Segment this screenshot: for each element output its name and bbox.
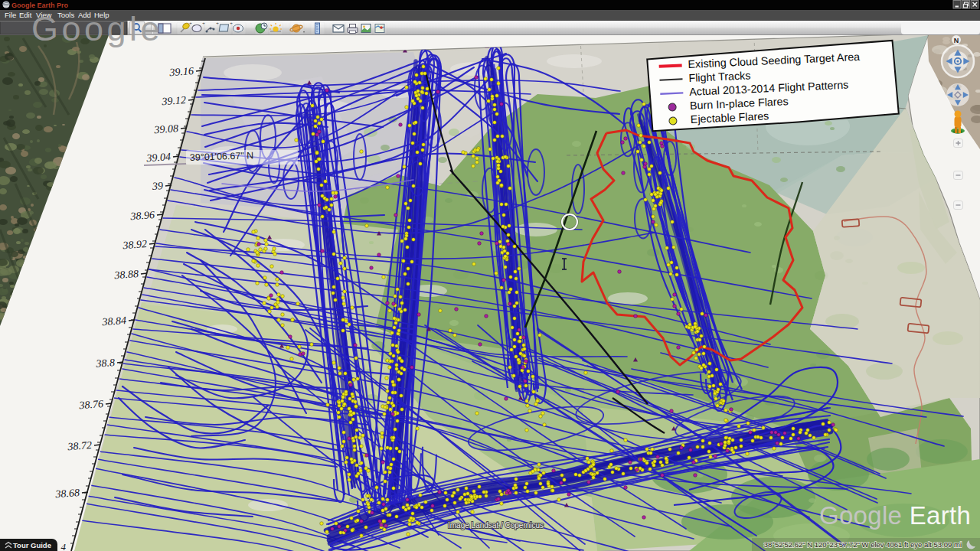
svg-text:38.76: 38.76 <box>78 398 103 411</box>
svg-text:Google Earth Pro: Google Earth Pro <box>11 2 69 9</box>
svg-text:38.72: 38.72 <box>67 439 92 452</box>
svg-text:Edit: Edit <box>19 11 32 19</box>
svg-text:39.16: 39.16 <box>168 65 194 78</box>
svg-text:39.08: 39.08 <box>153 122 178 135</box>
svg-text:39°01'06.67" N: 39°01'06.67" N <box>190 150 254 163</box>
svg-text:39.12: 39.12 <box>161 94 186 107</box>
svg-text:Google Earth: Google Earth <box>819 501 971 530</box>
svg-text:N: N <box>954 37 959 44</box>
svg-text:38.92: 38.92 <box>122 238 147 251</box>
svg-text:Image Landsat / Copernicus: Image Landsat / Copernicus <box>448 521 544 530</box>
svg-text:Google: Google <box>31 9 163 48</box>
svg-text:39.04: 39.04 <box>145 151 171 164</box>
svg-text:38.96: 38.96 <box>129 209 155 222</box>
svg-text:39: 39 <box>151 180 163 192</box>
svg-text:4: 4 <box>61 541 67 551</box>
svg-text:Tour Guide: Tour Guide <box>13 541 51 549</box>
svg-text:38.84: 38.84 <box>101 315 126 328</box>
svg-text:File: File <box>5 11 16 19</box>
svg-text:38.8: 38.8 <box>95 357 115 370</box>
svg-text:38°52'52.62" N 120°23'57.72": 38°52'52.62" N 120°23'57.72" W elev 4061… <box>764 540 962 549</box>
svg-text:38.88: 38.88 <box>113 268 139 281</box>
svg-text:38.68: 38.68 <box>54 487 80 500</box>
